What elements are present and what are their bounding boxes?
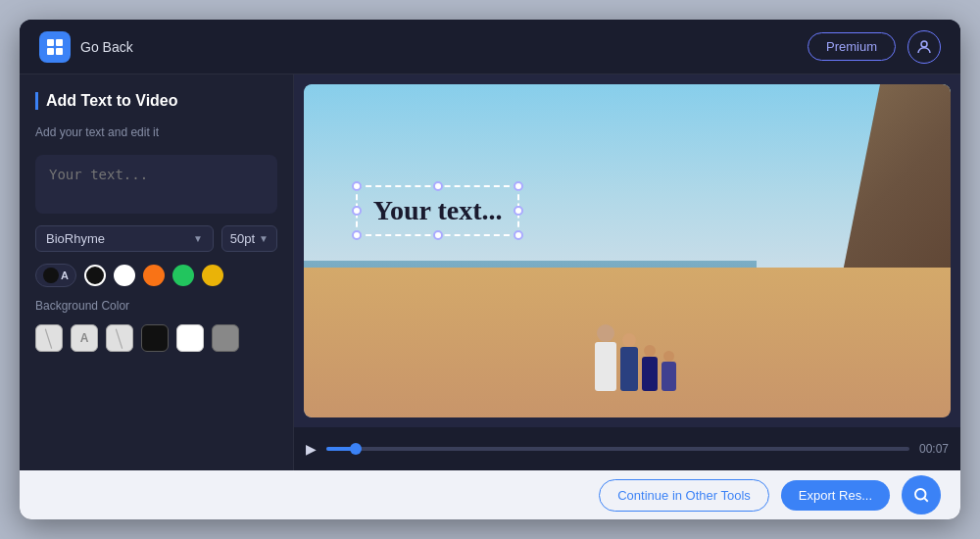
svg-rect-3 [56, 48, 63, 55]
bg-swatch-none1[interactable]: ╱ [35, 324, 63, 352]
play-button[interactable]: ▶ [306, 441, 317, 457]
sidebar-title: Add Text to Video [35, 92, 277, 110]
person-head-4 [663, 351, 674, 362]
color-swatch-green[interactable] [172, 265, 194, 286]
avatar-button[interactable] [907, 30, 941, 64]
color-toggle[interactable]: A [35, 264, 76, 287]
resize-handle-tr[interactable] [514, 181, 523, 191]
chevron-down-icon: ▼ [193, 233, 203, 244]
person-adult [620, 333, 638, 391]
size-select[interactable]: 50pt ▼ [221, 225, 277, 252]
person-head-3 [644, 345, 656, 357]
color-swatch-white[interactable] [114, 265, 135, 286]
progress-thumb[interactable] [350, 443, 362, 455]
svg-line-6 [924, 498, 927, 501]
font-select[interactable]: BioRhyme ▼ [35, 225, 214, 252]
person-body-2 [620, 347, 638, 391]
timeline: ▶ 00:07 [294, 427, 960, 470]
people-group [595, 324, 676, 391]
person-child2 [662, 351, 676, 391]
text-overlay-box[interactable]: Your text... [356, 185, 520, 236]
header: Go Back Premium [20, 20, 960, 74]
svg-point-4 [921, 41, 927, 47]
app-logo [39, 31, 71, 63]
search-fab-button[interactable] [902, 475, 941, 514]
video-area: Your text... ▶ 00:07 [294, 74, 960, 470]
svg-rect-1 [56, 39, 63, 46]
resize-handle-ml[interactable] [352, 206, 362, 216]
font-name: BioRhyme [46, 231, 105, 246]
video-background: Your text... [304, 84, 951, 417]
font-row: BioRhyme ▼ 50pt ▼ [35, 225, 277, 252]
bg-label: Background Color [35, 299, 277, 313]
toggle-dot [43, 268, 59, 283]
color-swatch-yellow[interactable] [202, 265, 223, 286]
bg-color-row: ╱ A ╱ [35, 324, 277, 352]
search-icon [912, 486, 930, 504]
header-right: Premium [808, 30, 941, 64]
user-icon [915, 38, 933, 56]
bg-swatch-none2[interactable]: ╱ [106, 324, 133, 352]
person-body [595, 342, 616, 391]
resize-handle-br[interactable] [514, 230, 523, 240]
go-back-link[interactable]: Go Back [80, 39, 133, 55]
resize-handle-mr[interactable] [514, 206, 523, 216]
footer: Continue in Other Tools Export Res... [20, 470, 960, 519]
font-size: 50pt [230, 231, 255, 246]
bg-swatch-white[interactable] [176, 324, 204, 352]
person-child1 [642, 345, 658, 391]
person-body-3 [642, 357, 658, 391]
a-bg-label: A [80, 331, 89, 345]
sidebar: Add Text to Video Add your text and edit… [20, 74, 294, 470]
resize-handle-bc[interactable] [433, 230, 443, 240]
text-section-label: Add your text and edit it [35, 125, 277, 139]
premium-button[interactable]: Premium [808, 32, 896, 61]
color-swatch-orange[interactable] [143, 265, 165, 286]
text-overlay-container[interactable]: Your text... [356, 185, 520, 236]
resize-handle-bl[interactable] [352, 230, 362, 240]
logo-icon [45, 37, 65, 57]
bg-swatch-a[interactable]: A [71, 324, 98, 352]
resize-handle-tl[interactable] [352, 181, 362, 191]
text-input[interactable] [35, 155, 277, 214]
person-grandpa [595, 324, 616, 391]
time-display: 00:07 [919, 442, 949, 456]
slash-icon-2: ╱ [110, 328, 130, 349]
svg-rect-2 [47, 48, 54, 55]
color-swatch-black[interactable] [84, 265, 106, 286]
text-color-row: A [35, 264, 277, 287]
progress-track[interactable] [326, 447, 909, 451]
text-overlay-text: Your text... [373, 195, 503, 225]
slash-icon: ╱ [39, 328, 60, 349]
svg-rect-0 [47, 39, 54, 46]
toggle-a-label: A [61, 270, 69, 281]
person-head [597, 324, 614, 342]
bg-swatch-gray[interactable] [212, 324, 239, 352]
chevron-down-icon-size: ▼ [259, 233, 269, 244]
continue-button[interactable]: Continue in Other Tools [599, 479, 769, 512]
video-preview: Your text... [304, 84, 951, 417]
svg-point-5 [915, 489, 926, 500]
header-left: Go Back [39, 31, 133, 63]
export-button[interactable]: Export Res... [781, 480, 890, 511]
app-window: Go Back Premium Add Text to Video Add yo… [20, 20, 960, 519]
person-head-2 [622, 333, 636, 347]
bg-swatch-black[interactable] [141, 324, 169, 352]
main-content: Add Text to Video Add your text and edit… [20, 74, 960, 470]
resize-handle-tc[interactable] [433, 181, 443, 191]
person-body-4 [662, 362, 676, 391]
